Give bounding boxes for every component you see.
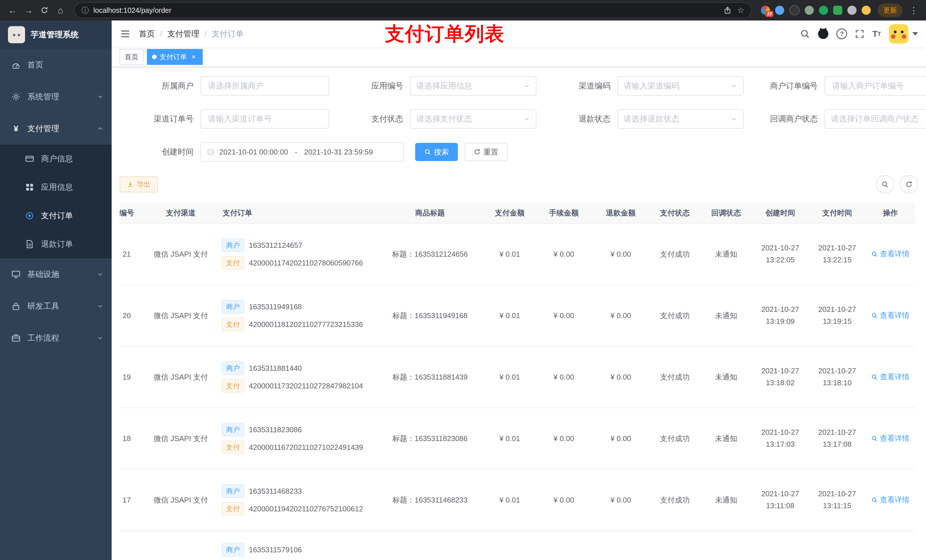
filter-label-channel-code: 渠道编码 bbox=[536, 80, 617, 91]
sidebar-item-merchant-info[interactable]: 商户信息 bbox=[0, 145, 112, 173]
sidebar-toggle-icon[interactable] bbox=[112, 21, 139, 47]
app-select[interactable]: 请选择应用信息 bbox=[410, 76, 536, 96]
tags-view: 首页 支付订单 × bbox=[112, 47, 926, 67]
extension-icon[interactable] bbox=[833, 6, 842, 15]
notify-status-select[interactable]: 请选择订单回调商户状态 bbox=[825, 109, 926, 128]
cell-create-time: 2021-10-2713:17:03 bbox=[752, 408, 809, 469]
magnifier-icon bbox=[872, 435, 878, 442]
table-row: 19 微信 JSAPI 支付 商户1635311881440 支付4200001… bbox=[120, 346, 915, 408]
sidebar-item-app-info[interactable]: 应用信息 bbox=[0, 173, 112, 201]
pay-tag: 支付 bbox=[221, 318, 244, 331]
close-icon[interactable]: × bbox=[190, 53, 198, 61]
address-bar[interactable]: ⓘ localhost:1024/pay/order ☆ bbox=[74, 2, 752, 18]
refresh-icon bbox=[474, 148, 481, 155]
col-amount: 支付金额 bbox=[484, 202, 535, 223]
chevron-up-icon bbox=[97, 125, 104, 132]
extension-icon[interactable] bbox=[847, 6, 856, 15]
merchant-tag: 商户 bbox=[221, 484, 244, 498]
cell-create-time: 2021-10-2713:19:09 bbox=[752, 285, 809, 346]
cell-amount: ¥ 0.01 bbox=[484, 469, 535, 531]
cell-create-time: 2021-10-2713:18:02 bbox=[752, 346, 809, 408]
browser-forward-icon[interactable]: → bbox=[21, 2, 36, 18]
sidebar-logo[interactable]: 芋道管理系统 bbox=[0, 21, 112, 49]
browser-update-button[interactable]: 更新 bbox=[878, 3, 903, 17]
navbar-actions: ? TT bbox=[800, 24, 926, 44]
channel-order-no-input[interactable] bbox=[200, 109, 329, 128]
create-time-range[interactable]: 2021-10-01 00:00:00 - 2021-10-31 23:59:5… bbox=[200, 142, 404, 162]
fullscreen-icon[interactable] bbox=[855, 29, 864, 38]
refund-status-select[interactable]: 请选择退款状态 bbox=[617, 109, 744, 128]
extension-icon[interactable] bbox=[819, 6, 828, 15]
browser-reload-icon[interactable] bbox=[36, 2, 52, 18]
search-icon bbox=[424, 148, 431, 155]
bookmark-star-icon[interactable]: ☆ bbox=[737, 6, 744, 15]
browser-menu-icon[interactable]: ⋮ bbox=[906, 5, 921, 15]
browser-home-icon[interactable]: ⌂ bbox=[52, 2, 68, 18]
view-detail-link[interactable]: 查看详情 bbox=[872, 249, 909, 259]
channel-code-select[interactable]: 请输入渠道编码 bbox=[617, 76, 744, 96]
site-info-icon[interactable]: ⓘ bbox=[82, 5, 89, 15]
sidebar-item-pay[interactable]: ¥ 支付管理 bbox=[0, 113, 112, 145]
table-row: 18 微信 JSAPI 支付 商户1635311823086 支付4200001… bbox=[120, 408, 915, 469]
search-button[interactable]: 搜索 bbox=[415, 143, 458, 161]
sidebar-item-pay-order[interactable]: 支付订单 bbox=[0, 201, 112, 230]
dashboard-icon bbox=[11, 60, 21, 69]
pay-tag: 支付 bbox=[221, 256, 244, 270]
view-detail-link[interactable]: 查看详情 bbox=[872, 311, 909, 320]
col-order: 支付订单 bbox=[219, 202, 376, 223]
grid-icon bbox=[25, 183, 34, 192]
cell-amount: ¥ 0.01 bbox=[484, 346, 535, 408]
cell-channel: 微信 JSAPI 支付 bbox=[142, 408, 219, 469]
share-icon[interactable] bbox=[723, 6, 731, 14]
toggle-search-button[interactable] bbox=[876, 175, 894, 193]
gear-icon bbox=[11, 92, 21, 101]
cell-order: 商户1635311579106 bbox=[219, 531, 376, 560]
sidebar-item-system[interactable]: 系统管理 bbox=[0, 81, 112, 113]
cell-pay-time: 2021-10-2713:22:15 bbox=[809, 223, 865, 285]
logo-avatar bbox=[8, 26, 25, 43]
sidebar-item-infra[interactable]: 基础设施 bbox=[0, 258, 112, 290]
filter-label-merchant-order-no: 商户订单编号 bbox=[744, 80, 825, 91]
breadcrumb-section[interactable]: 支付管理 bbox=[168, 29, 199, 39]
cell-status: 支付成功 bbox=[649, 285, 701, 346]
lock-icon bbox=[11, 302, 21, 311]
clock-icon bbox=[207, 148, 215, 156]
sidebar-item-dev-tools[interactable]: 研发工具 bbox=[0, 290, 112, 322]
github-icon[interactable] bbox=[818, 29, 828, 39]
cell-refund: ¥ 0.00 bbox=[592, 285, 649, 346]
sidebar-item-home[interactable]: 首页 bbox=[0, 49, 112, 81]
export-button[interactable]: 导出 bbox=[120, 177, 158, 192]
view-detail-link[interactable]: 查看详情 bbox=[872, 433, 909, 443]
search-icon[interactable] bbox=[800, 29, 810, 39]
cell-order: 商户1635311823086 支付4200001167202110271022… bbox=[219, 408, 376, 469]
user-menu[interactable] bbox=[889, 24, 918, 44]
cell-channel: 微信 JSAPI 支付 bbox=[142, 346, 219, 408]
browser-back-icon[interactable]: ← bbox=[5, 2, 21, 18]
sidebar-item-refund-order[interactable]: 退款订单 bbox=[0, 230, 112, 258]
col-refund: 退款金额 bbox=[592, 202, 649, 223]
font-size-icon[interactable]: TT bbox=[872, 30, 881, 38]
chevron-down-icon bbox=[524, 83, 530, 89]
breadcrumb-home[interactable]: 首页 bbox=[139, 29, 155, 39]
tab-pay-order[interactable]: 支付订单 × bbox=[147, 49, 203, 65]
help-icon[interactable]: ? bbox=[836, 29, 847, 39]
extension-icon[interactable] bbox=[862, 6, 871, 15]
annotation-title: 支付订单列表 bbox=[385, 21, 505, 47]
view-detail-link[interactable]: 查看详情 bbox=[872, 372, 909, 382]
cell-status: 支付成功 bbox=[649, 223, 701, 285]
merchant-input[interactable] bbox=[200, 76, 329, 96]
pay-status-select[interactable]: 请选择支付状态 bbox=[410, 109, 536, 128]
refresh-table-button[interactable] bbox=[900, 175, 918, 193]
view-detail-link[interactable]: 查看详情 bbox=[872, 495, 909, 505]
extension-icon[interactable] bbox=[805, 6, 814, 15]
cell-order: 商户1635311881440 支付4200001173202110272847… bbox=[219, 346, 376, 408]
cell-fee: ¥ 0.00 bbox=[535, 408, 592, 469]
extension-icon[interactable] bbox=[775, 6, 784, 15]
merchant-order-no-input[interactable] bbox=[825, 76, 926, 96]
extension-icon[interactable]: 10 bbox=[761, 6, 770, 15]
extension-icon[interactable] bbox=[789, 5, 800, 15]
sidebar-item-workflow[interactable]: 工作流程 bbox=[0, 322, 112, 354]
search-icon bbox=[881, 181, 889, 188]
tab-home[interactable]: 首页 bbox=[120, 49, 144, 65]
reset-button[interactable]: 重置 bbox=[465, 143, 507, 161]
